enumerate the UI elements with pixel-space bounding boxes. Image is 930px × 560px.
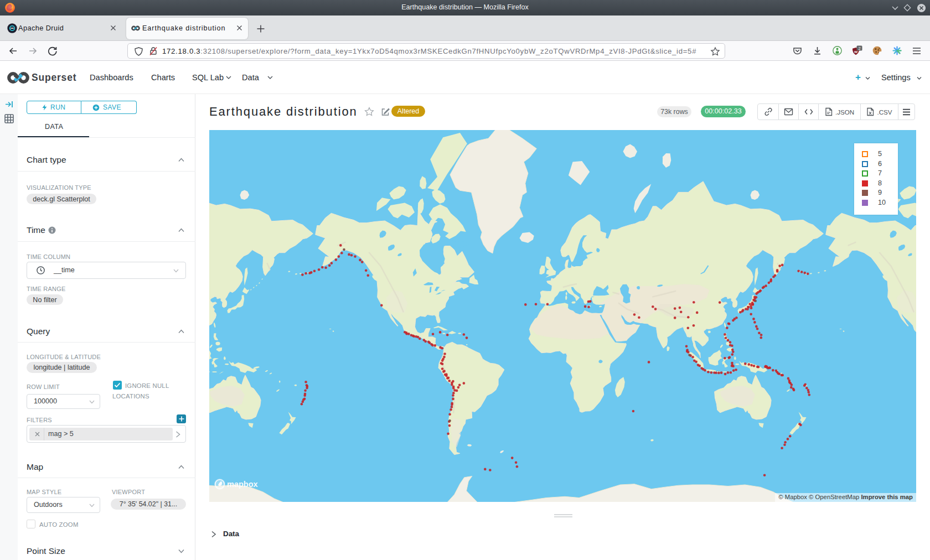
svg-text:mapbox: mapbox [227,480,258,489]
svg-text:2: 2 [858,46,860,51]
